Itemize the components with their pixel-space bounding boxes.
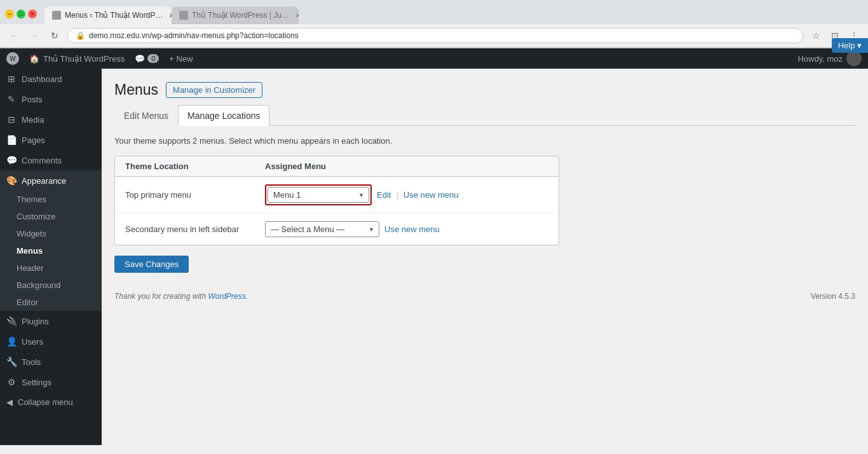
sidebar-item-background[interactable]: Background (0, 277, 102, 294)
col-assigned-menu: Assigned Menu (265, 162, 548, 171)
wp-site-name[interactable]: 🏠 Thủ Thuật WordPress (29, 54, 125, 64)
locations-table: Theme Location Assigned Menu Top primary… (114, 156, 559, 245)
sidebar-label-tools: Tools (22, 357, 41, 367)
wp-admin: W 🏠 Thủ Thuật WordPress 💬 0 + New Howdy,… (0, 48, 868, 445)
use-new-menu-link-2[interactable]: Use new menu (384, 224, 440, 234)
appearance-submenu: Themes Customize Widgets Menus Header Ba… (0, 191, 102, 311)
menu-select-1[interactable]: Menu 1 (268, 187, 369, 203)
wp-body: ⊞ Dashboard ✎ Posts ⊟ Media 📄 Pages 💬 Co… (0, 69, 868, 445)
lock-icon: 🔒 (76, 31, 85, 40)
sidebar-item-comments[interactable]: 💬 Comments (0, 150, 102, 170)
manage-customizer-button[interactable]: Manage in Customizer (166, 82, 262, 98)
tab-title-1: Menus ‹ Thủ Thuật WordP… (65, 11, 163, 20)
description-text: Your theme supports 2 menus. Select whic… (114, 136, 855, 146)
menu-select-arrow-2: — Select a Menu — (265, 221, 379, 237)
back-button[interactable]: ← (6, 28, 22, 43)
save-changes-button[interactable]: Save Changes (114, 256, 189, 273)
users-icon: 👤 (6, 336, 17, 347)
tab-title-2: Thủ Thuật WordPress | Ju… (192, 11, 289, 20)
sidebar-label-media: Media (22, 115, 44, 125)
sidebar-item-customize[interactable]: Customize (0, 208, 102, 225)
browser-tab-active[interactable]: Menus ‹ Thủ Thuật WordP… ✕ (44, 6, 172, 24)
sidebar-item-settings[interactable]: ⚙ Settings (0, 372, 102, 392)
forward-button[interactable]: → (27, 28, 42, 43)
table-header: Theme Location Assigned Menu (115, 156, 559, 177)
tabs-navigation: Edit Menus Manage Locations (114, 105, 855, 126)
collapse-icon: ◀ (6, 397, 13, 407)
assigned-menu-cell-2: — Select a Menu — Use new menu (265, 221, 548, 237)
address-input[interactable]: demo.moz.edu.vn/wp-admin/nav-menus.php?a… (89, 31, 795, 40)
sidebar-item-widgets[interactable]: Widgets (0, 225, 102, 242)
pages-icon: 📄 (6, 135, 17, 145)
menu-select-2[interactable]: — Select a Menu — (265, 221, 379, 237)
wp-new[interactable]: + New (169, 54, 193, 64)
tab-close-1[interactable]: ✕ (166, 10, 172, 20)
sidebar-item-users[interactable]: 👤 Users (0, 331, 102, 352)
browser-tab-inactive[interactable]: Thủ Thuật WordPress | Ju… ✕ (172, 6, 299, 24)
sidebar-label-settings: Settings (22, 378, 51, 387)
menu-select-arrow-1: Menu 1 (268, 187, 369, 203)
tab-manage-locations[interactable]: Manage Locations (178, 105, 269, 126)
browser-titlebar: – □ ✕ Menus ‹ Thủ Thuật WordP… ✕ Thủ Thu… (0, 0, 868, 24)
tab-close-2[interactable]: ✕ (293, 10, 299, 20)
sidebar: ⊞ Dashboard ✎ Posts ⊟ Media 📄 Pages 💬 Co… (0, 69, 102, 445)
sidebar-item-tools[interactable]: 🔧 Tools (0, 352, 102, 372)
edit-menu-link[interactable]: Edit (377, 190, 391, 200)
wordpress-link[interactable]: WordPress. (208, 292, 248, 301)
tab-favicon-1 (52, 11, 61, 20)
close-button[interactable]: ✕ (28, 10, 37, 18)
browser-toolbar: ← → ↻ 🔒 demo.moz.edu.vn/wp-admin/nav-men… (0, 24, 868, 48)
sidebar-label-plugins: Plugins (22, 317, 49, 326)
sidebar-item-editor[interactable]: Editor (0, 294, 102, 311)
assigned-menu-cell-1: Menu 1 Edit | Use new menu (265, 184, 548, 205)
wp-logo[interactable]: W (6, 52, 19, 65)
sidebar-label-posts: Posts (22, 95, 43, 104)
version-text: Version 4.5.3 (811, 292, 855, 301)
comments-icon: 💬 (135, 54, 145, 64)
wp-topbar-right: Howdy, moz (797, 51, 862, 66)
sidebar-item-menus[interactable]: Menus (0, 242, 102, 259)
new-label: + New (169, 54, 193, 64)
maximize-button[interactable]: □ (17, 10, 25, 18)
use-new-menu-link-1[interactable]: Use new menu (403, 190, 459, 200)
sidebar-item-dashboard[interactable]: ⊞ Dashboard (0, 69, 102, 89)
appearance-icon: 🎨 (6, 175, 17, 186)
content-area: Help ▾ Menus Manage in Customizer Edit M… (102, 69, 868, 445)
minimize-button[interactable]: – (5, 10, 14, 18)
col-theme-location: Theme Location (125, 162, 265, 171)
sidebar-item-pages[interactable]: 📄 Pages (0, 130, 102, 150)
sidebar-label-dashboard: Dashboard (22, 74, 62, 84)
collapse-menu[interactable]: ◀ Collapse menu (0, 392, 102, 412)
bookmark-icon[interactable]: ☆ (808, 28, 824, 43)
sidebar-label-comments: Comments (22, 156, 62, 165)
sidebar-label-pages: Pages (22, 135, 45, 145)
sidebar-item-appearance[interactable]: 🎨 Appearance (0, 170, 102, 191)
settings-icon: ⚙ (6, 377, 17, 387)
wp-topbar: W 🏠 Thủ Thuật WordPress 💬 0 + New Howdy,… (0, 48, 868, 69)
sidebar-item-plugins[interactable]: 🔌 Plugins (0, 311, 102, 331)
sidebar-item-posts[interactable]: ✎ Posts (0, 89, 102, 109)
sidebar-item-media[interactable]: ⊟ Media (0, 109, 102, 130)
footer-text: Thank you for creating with WordPress. (114, 292, 248, 301)
plugins-icon: 🔌 (6, 316, 17, 326)
comments-side-icon: 💬 (6, 155, 17, 165)
reload-button[interactable]: ↻ (47, 28, 62, 43)
location-name-1: Top primary menu (125, 190, 265, 200)
media-icon: ⊟ (6, 114, 17, 125)
tab-edit-menus[interactable]: Edit Menus (114, 105, 178, 126)
sidebar-label-appearance: Appearance (22, 176, 66, 186)
separator-1: | (396, 190, 398, 200)
tools-icon: 🔧 (6, 357, 17, 367)
posts-icon: ✎ (6, 94, 17, 104)
page-title-area: Menus Manage in Customizer (114, 81, 855, 99)
sidebar-item-header[interactable]: Header (0, 259, 102, 277)
location-name-2: Secondary menu in left sidebar (125, 224, 265, 234)
tab-favicon-2 (179, 11, 188, 20)
wp-comments[interactable]: 💬 0 (135, 54, 159, 64)
browser-chrome: – □ ✕ Menus ‹ Thủ Thuật WordP… ✕ Thủ Thu… (0, 0, 868, 48)
comments-badge: 0 (147, 54, 159, 63)
home-icon: 🏠 (29, 54, 39, 64)
table-row: Top primary menu Menu 1 Edit | Use new m… (115, 177, 559, 214)
sidebar-item-themes[interactable]: Themes (0, 191, 102, 208)
wp-howdy[interactable]: Howdy, moz (797, 51, 862, 66)
